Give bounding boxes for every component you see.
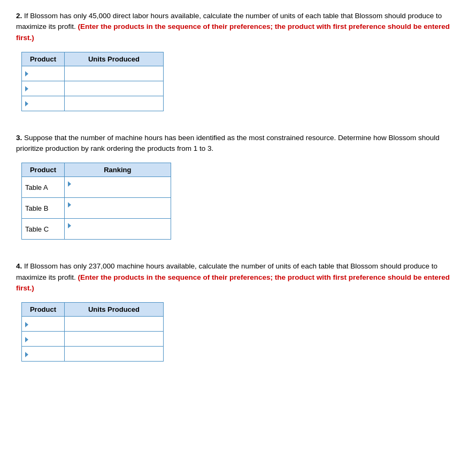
- q3-ranking-input-a[interactable]: [68, 187, 167, 195]
- q4-product-1: [22, 317, 65, 332]
- question-3-number: 3.: [16, 134, 22, 142]
- q2-units-2[interactable]: [65, 81, 164, 96]
- q3-col-product: Product: [22, 163, 65, 177]
- q3-col-ranking: Ranking: [65, 163, 171, 177]
- q2-units-input-3[interactable]: [68, 99, 160, 108]
- cell-indicator-icon: [68, 223, 71, 228]
- q2-units-3[interactable]: [65, 96, 164, 111]
- table-row: Table B: [22, 198, 171, 219]
- question-2: 2. If Blossom has only 45,000 direct lab…: [16, 11, 453, 111]
- table-row: Table A: [22, 177, 171, 198]
- q4-product-3: [22, 347, 65, 362]
- q3-ranking-b[interactable]: [65, 198, 171, 219]
- q3-product-c: Table C: [22, 219, 65, 240]
- question-2-highlight: (Enter the products in the sequence of t…: [16, 22, 450, 41]
- cell-indicator-icon: [25, 101, 28, 106]
- q4-units-input-1[interactable]: [68, 320, 160, 328]
- table-row: [22, 66, 164, 81]
- cell-indicator-icon: [25, 337, 28, 342]
- q3-product-a: Table A: [22, 177, 65, 198]
- question-4-number: 4.: [16, 262, 22, 270]
- q4-units-1[interactable]: [65, 317, 164, 332]
- cell-indicator-icon: [25, 322, 28, 327]
- q4-col-units: Units Produced: [65, 303, 164, 317]
- q2-product-1: [22, 66, 65, 81]
- cell-indicator-icon: [25, 86, 28, 91]
- q3-product-b: Table B: [22, 198, 65, 219]
- table-row: Table C: [22, 219, 171, 240]
- table-row: [22, 332, 164, 347]
- question-4-highlight: (Enter the products in the sequence of t…: [16, 273, 450, 292]
- q3-ranking-input-b[interactable]: [68, 208, 167, 216]
- cell-indicator-icon: [68, 202, 71, 208]
- cell-indicator-icon: [68, 181, 71, 187]
- q4-units-2[interactable]: [65, 332, 164, 347]
- q4-units-3[interactable]: [65, 347, 164, 362]
- q3-ranking-a[interactable]: [65, 177, 171, 198]
- question-2-text: 2. If Blossom has only 45,000 direct lab…: [16, 11, 453, 43]
- q2-col-product: Product: [22, 52, 65, 66]
- table-row: [22, 81, 164, 96]
- question-4-table: Product Units Produced: [21, 302, 164, 362]
- q3-ranking-c[interactable]: [65, 219, 171, 240]
- q4-product-2: [22, 332, 65, 347]
- question-3: 3. Suppose that the number of machine ho…: [16, 133, 453, 240]
- cell-indicator-icon: [25, 352, 28, 357]
- cell-indicator-icon: [25, 71, 28, 76]
- question-4: 4. If Blossom has only 237,000 machine h…: [16, 261, 453, 362]
- table-row: [22, 96, 164, 111]
- q2-units-1[interactable]: [65, 66, 164, 81]
- question-4-text: 4. If Blossom has only 237,000 machine h…: [16, 261, 453, 294]
- q2-col-units: Units Produced: [65, 52, 164, 66]
- table-row: [22, 347, 164, 362]
- q4-col-product: Product: [22, 303, 65, 317]
- question-3-text: 3. Suppose that the number of machine ho…: [16, 133, 453, 155]
- q4-units-input-2[interactable]: [68, 335, 160, 343]
- q4-units-input-3[interactable]: [68, 350, 160, 358]
- q2-units-input-1[interactable]: [68, 70, 160, 78]
- q2-product-2: [22, 81, 65, 96]
- table-row: [22, 317, 164, 332]
- q2-units-input-2[interactable]: [68, 85, 160, 93]
- q3-ranking-input-c[interactable]: [68, 229, 167, 237]
- q2-product-3: [22, 96, 65, 111]
- question-2-number: 2.: [16, 12, 22, 20]
- question-2-table: Product Units Produced: [21, 52, 164, 111]
- question-3-table: Product Ranking Table A Table B Tabl: [21, 163, 171, 240]
- question-3-plain-text: Suppose that the number of machine hours…: [16, 134, 440, 152]
